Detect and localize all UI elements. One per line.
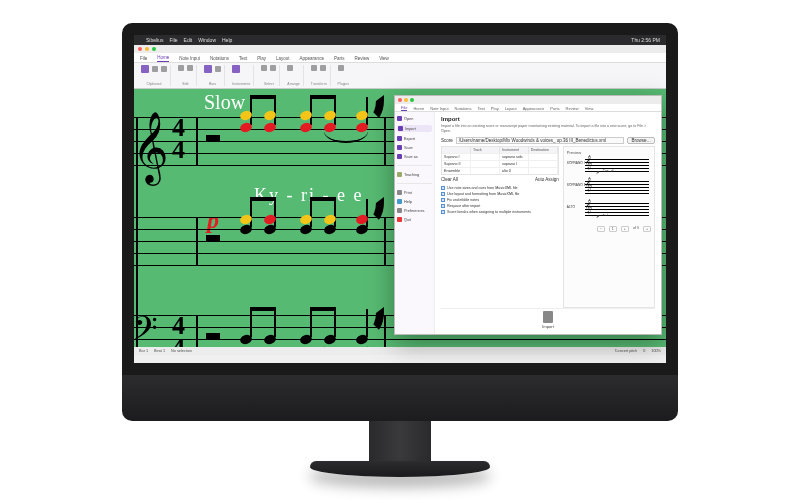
- select-icon[interactable]: [261, 65, 267, 71]
- rest[interactable]: [206, 135, 220, 141]
- time-signature[interactable]: 4 4: [172, 117, 185, 161]
- notehead[interactable]: [299, 121, 313, 133]
- minimize-icon[interactable]: [404, 98, 408, 102]
- tempo-text[interactable]: Slow: [204, 91, 245, 114]
- pager-zoom[interactable]: +: [643, 226, 651, 232]
- menubar-item[interactable]: File: [170, 37, 178, 43]
- ribbon-tab[interactable]: File: [401, 105, 407, 111]
- ribbon-tab[interactable]: Play: [257, 56, 266, 62]
- notehead[interactable]: [263, 121, 277, 133]
- instruments-icon[interactable]: [232, 65, 240, 73]
- notehead[interactable]: [299, 333, 313, 345]
- ribbon-tab[interactable]: Layout: [276, 56, 290, 62]
- ribbon-tab[interactable]: Parts: [334, 56, 345, 62]
- notehead[interactable]: [323, 223, 337, 235]
- sidebar-item-help[interactable]: Help: [397, 199, 432, 204]
- table-row[interactable]: Soprano IIsoprano I: [442, 160, 558, 167]
- ribbon-tab[interactable]: Appearance: [300, 56, 324, 62]
- undo-icon[interactable]: [178, 65, 184, 71]
- notehead[interactable]: [239, 333, 253, 345]
- ribbon-tab[interactable]: View: [585, 106, 594, 111]
- sidebar-item-quit[interactable]: Quit: [397, 217, 432, 222]
- filter-icon[interactable]: [270, 65, 276, 71]
- ribbon-tab[interactable]: Notations: [210, 56, 229, 62]
- sidebar-item-teaching[interactable]: Teaching: [397, 172, 432, 177]
- file-path-field[interactable]: /Users/name/Desktop/Mix Woodwinds & voic…: [456, 137, 625, 144]
- maximize-icon[interactable]: [152, 47, 156, 51]
- ribbon-tab[interactable]: Home: [413, 106, 424, 111]
- ribbon-tab[interactable]: Text: [478, 106, 485, 111]
- clear-all-link[interactable]: Clear All: [441, 177, 458, 182]
- stem: [250, 309, 252, 337]
- sidebar-item-import[interactable]: Import: [397, 125, 432, 132]
- ribbon-group-label: Edit: [178, 82, 193, 86]
- option-checkbox[interactable]: Use note sizes and cues from MusicXML fi…: [441, 186, 559, 190]
- import-icon[interactable]: [543, 311, 553, 323]
- rest[interactable]: [206, 333, 220, 339]
- zoom-level[interactable]: 100%: [651, 349, 661, 353]
- paste-icon[interactable]: [141, 65, 149, 73]
- arrange-icon[interactable]: [287, 65, 293, 71]
- sidebar-item-preferences[interactable]: Preferences: [397, 208, 432, 213]
- lyrics-text[interactable]: Ky - ri - e e: [254, 185, 363, 206]
- menubar-item[interactable]: Window: [198, 37, 216, 43]
- pager-page[interactable]: 1: [609, 226, 617, 232]
- menubar-item[interactable]: Sibelius: [146, 37, 164, 43]
- ribbon-group: Plugins: [335, 65, 352, 86]
- ribbon-tab[interactable]: Text: [239, 56, 247, 62]
- ribbon-tab[interactable]: Layout: [505, 106, 517, 111]
- ribbon-tab[interactable]: Review: [354, 56, 369, 62]
- menubar-item[interactable]: Help: [222, 37, 232, 43]
- close-icon[interactable]: [138, 47, 142, 51]
- notehead[interactable]: [299, 223, 313, 235]
- add-bar-icon[interactable]: [204, 65, 212, 73]
- table-row[interactable]: Ensemblealto 0: [442, 167, 558, 174]
- table-row[interactable]: Soprano Isoprano solo: [442, 153, 558, 160]
- sidebar-item-print[interactable]: Print: [397, 190, 432, 195]
- browse-button[interactable]: Browse…: [627, 137, 655, 144]
- import-button[interactable]: Import: [542, 324, 554, 329]
- notehead[interactable]: [355, 223, 369, 235]
- notehead[interactable]: [239, 223, 253, 235]
- ribbon-tab[interactable]: Note Input: [179, 56, 200, 62]
- pager-prev[interactable]: −: [597, 226, 605, 232]
- ribbon-tab[interactable]: Play: [491, 106, 499, 111]
- sidebar-item-save[interactable]: Save: [397, 145, 432, 150]
- ribbon-tab[interactable]: Note Input: [430, 106, 448, 111]
- ribbon-tab[interactable]: View: [379, 56, 389, 62]
- rest[interactable]: [206, 235, 220, 241]
- export-icon: [397, 136, 402, 141]
- auto-assign-link[interactable]: Auto Assign: [535, 177, 559, 182]
- ribbon-tab[interactable]: Home: [157, 55, 169, 62]
- sidebar-item-open[interactable]: Open: [397, 116, 432, 121]
- option-checkbox[interactable]: Fix unclefable notes: [441, 198, 559, 202]
- pager-next[interactable]: +: [621, 226, 629, 232]
- cut-icon[interactable]: [152, 66, 158, 72]
- notehead[interactable]: [263, 333, 277, 345]
- copy-icon[interactable]: [161, 66, 167, 72]
- sidebar-item-export[interactable]: Export: [397, 136, 432, 141]
- redo-icon[interactable]: [187, 65, 193, 71]
- close-icon[interactable]: [398, 98, 402, 102]
- ribbon-tab[interactable]: File: [140, 56, 147, 62]
- delete-bar-icon[interactable]: [215, 66, 221, 72]
- ribbon-tab[interactable]: Review: [566, 106, 579, 111]
- ribbon-tab[interactable]: Appearance: [523, 106, 545, 111]
- notehead[interactable]: [263, 223, 277, 235]
- sidebar-item-saveas[interactable]: Save as: [397, 154, 432, 159]
- option-checkbox[interactable]: Respace after import: [441, 204, 559, 208]
- beam: [250, 197, 276, 201]
- ribbon-tab[interactable]: Parts: [550, 106, 559, 111]
- option-checkbox[interactable]: Score breaks when assigning to multiple …: [441, 210, 559, 214]
- gear-icon: [397, 208, 402, 213]
- option-checkbox[interactable]: Use layout and formatting from MusicXML …: [441, 192, 559, 196]
- maximize-icon[interactable]: [410, 98, 414, 102]
- ribbon-group: Select: [258, 65, 280, 86]
- menubar-item[interactable]: Edit: [184, 37, 193, 43]
- retro-icon[interactable]: [320, 65, 326, 71]
- plugins-icon[interactable]: [338, 65, 344, 71]
- notehead[interactable]: [239, 121, 253, 133]
- minimize-icon[interactable]: [145, 47, 149, 51]
- transpose-icon[interactable]: [311, 65, 317, 71]
- ribbon-tab[interactable]: Notations: [455, 106, 472, 111]
